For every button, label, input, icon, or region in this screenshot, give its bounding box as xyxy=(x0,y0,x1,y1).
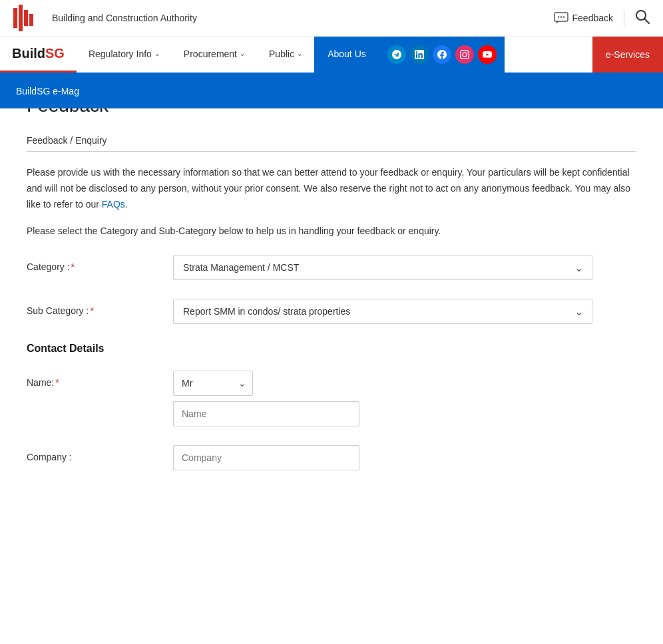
svg-rect-3 xyxy=(29,14,33,26)
instagram-icon[interactable] xyxy=(455,45,474,64)
nav-item-procurement[interactable]: Procurement ⌄ xyxy=(172,37,257,73)
nav-item-about-label: About Us xyxy=(328,49,366,59)
required-marker: * xyxy=(71,261,75,272)
name-input[interactable] xyxy=(173,401,359,426)
category-select-wrapper: Strata Management / MCST Building Works … xyxy=(173,255,592,280)
nav-item-about[interactable]: About Us xyxy=(314,37,379,73)
company-input[interactable] xyxy=(173,445,359,470)
nav-item-eservices[interactable]: e-Services xyxy=(592,37,663,73)
nav-item-regulatory[interactable]: Regulatory Info ⌄ xyxy=(77,37,172,73)
svg-point-5 xyxy=(557,16,558,17)
svg-rect-2 xyxy=(24,10,28,26)
nav-bar: BuildSG Regulatory Info ⌄ Procurement ⌄ … xyxy=(0,37,663,74)
subcategory-row: Sub Category :* Report SMM in condos/ st… xyxy=(27,299,636,324)
name-row: Name:* Mr Mrs Ms Dr ⌄ xyxy=(27,371,636,426)
category-label: Category :* xyxy=(27,255,160,272)
company-label: Company : xyxy=(27,445,160,462)
main-content: Feedback Feedback / Enquiry Please provi… xyxy=(0,74,663,510)
chevron-down-icon: ⌄ xyxy=(297,50,302,57)
telegram-icon[interactable] xyxy=(387,45,406,64)
contact-section-title: Contact Details xyxy=(27,343,636,355)
svg-point-6 xyxy=(560,16,561,17)
title-select-wrapper: Mr Mrs Ms Dr ⌄ xyxy=(173,371,253,396)
subcategory-select-wrapper: Report SMM in condos/ strata properties … xyxy=(173,299,592,324)
name-label: Name:* xyxy=(27,371,160,388)
category-select[interactable]: Strata Management / MCST Building Works … xyxy=(173,255,592,280)
chevron-down-icon: ⌄ xyxy=(240,50,245,57)
buildsg-nav-item[interactable]: BuildSG xyxy=(0,37,77,73)
about-dropdown: BuildSG e-Mag xyxy=(0,74,663,108)
nav-social-icons xyxy=(379,37,505,73)
feedback-button[interactable]: Feedback xyxy=(554,12,613,24)
svg-rect-1 xyxy=(19,5,23,31)
nav-item-procurement-label: Procurement xyxy=(184,49,237,59)
required-marker: * xyxy=(55,377,59,388)
logo-area: Building and Construction Authority xyxy=(13,5,197,31)
nav-item-public-label: Public xyxy=(269,49,294,59)
faqs-link[interactable]: FAQs xyxy=(102,199,125,210)
svg-point-7 xyxy=(562,16,564,17)
subcategory-label: Sub Category :* xyxy=(27,299,160,316)
logo-text: Building and Construction Authority xyxy=(52,13,197,24)
nav-item-public[interactable]: Public ⌄ xyxy=(257,37,314,73)
name-inputs: Mr Mrs Ms Dr ⌄ xyxy=(173,371,359,426)
subcategory-select[interactable]: Report SMM in condos/ strata properties … xyxy=(173,299,592,324)
select-instruction: Please select the Category and Sub-Categ… xyxy=(27,226,636,236)
linkedin-icon[interactable] xyxy=(410,45,429,64)
divider xyxy=(624,10,624,26)
search-button[interactable] xyxy=(635,9,650,27)
facebook-icon[interactable] xyxy=(433,45,451,64)
top-bar: Building and Construction Authority Feed… xyxy=(0,0,663,37)
section-heading: Feedback / Enquiry xyxy=(27,135,636,152)
top-actions: Feedback xyxy=(554,9,650,27)
company-row: Company : xyxy=(27,445,636,470)
feedback-icon xyxy=(554,12,568,24)
svg-rect-0 xyxy=(13,8,17,28)
required-marker: * xyxy=(90,305,93,316)
youtube-icon[interactable] xyxy=(478,45,497,64)
feedback-label: Feedback xyxy=(572,13,613,23)
buildsg-logo: BuildSG xyxy=(12,46,65,61)
buildsg-emag-link[interactable]: BuildSG e-Mag xyxy=(0,75,95,107)
nav-item-regulatory-label: Regulatory Info xyxy=(89,49,152,59)
nav-item-eservices-label: e-Services xyxy=(606,49,650,60)
category-row: Category :* Strata Management / MCST Bui… xyxy=(27,255,636,280)
search-icon xyxy=(635,9,650,24)
chevron-down-icon: ⌄ xyxy=(154,50,160,57)
contact-section: Contact Details Name:* Mr Mrs Ms Dr ⌄ xyxy=(27,343,636,470)
svg-line-9 xyxy=(645,19,650,23)
intro-paragraph: Please provide us with the necessary inf… xyxy=(27,165,636,212)
title-select[interactable]: Mr Mrs Ms Dr xyxy=(173,371,253,396)
bca-logo-icon xyxy=(13,5,47,31)
